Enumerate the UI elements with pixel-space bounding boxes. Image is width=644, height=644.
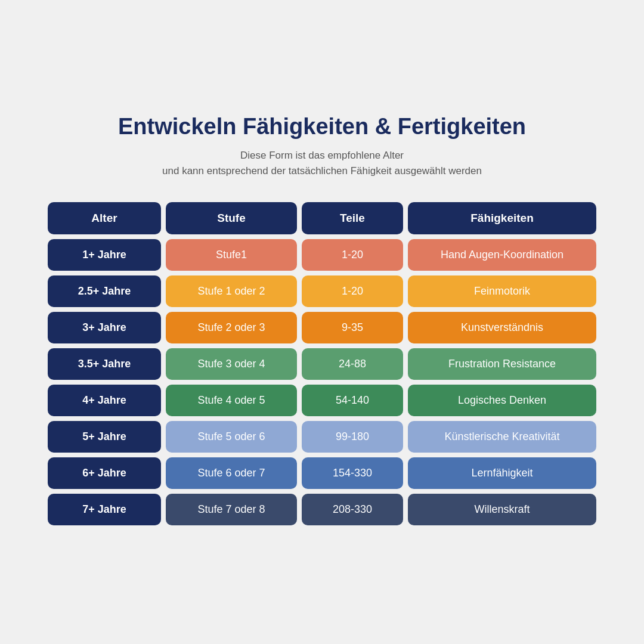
teile-cell: 9-35: [302, 312, 403, 343]
stufe-cell: Stufe 2 oder 3: [166, 312, 297, 343]
header-teile: Teile: [302, 202, 403, 234]
age-cell: 3+ Jahre: [48, 312, 161, 343]
age-cell: 3.5+ Jahre: [48, 348, 161, 380]
table-row: 4+ Jahre Stufe 4 oder 5 54-140 Logisches…: [48, 385, 596, 416]
table-row: 5+ Jahre Stufe 5 oder 6 99-180 Künstleri…: [48, 421, 596, 453]
teile-cell: 1-20: [302, 239, 403, 271]
faehigkeit-cell: Lernfähigkeit: [408, 457, 596, 489]
table-row: 3+ Jahre Stufe 2 oder 3 9-35 Kunstverstä…: [48, 312, 596, 343]
faehigkeit-cell: Logisches Denken: [408, 385, 596, 416]
teile-cell: 24-88: [302, 348, 403, 380]
faehigkeit-cell: Künstlerische Kreativität: [408, 421, 596, 453]
age-cell: 2.5+ Jahre: [48, 275, 161, 307]
subtitle-line1: Diese Form ist das empfohlene Alter: [240, 150, 404, 161]
skills-table: Alter Stufe Teile Fähigkeiten 1+ Jahre S…: [48, 202, 596, 525]
faehigkeit-cell: Hand Augen-Koordination: [408, 239, 596, 271]
stufe-cell: Stufe 4 oder 5: [166, 385, 297, 416]
subtitle-line2: und kann entsprechend der tatsächlichen …: [162, 165, 482, 177]
table-row: 3.5+ Jahre Stufe 3 oder 4 24-88 Frustrat…: [48, 348, 596, 380]
teile-cell: 208-330: [302, 494, 403, 525]
table-row: 6+ Jahre Stufe 6 oder 7 154-330 Lernfähi…: [48, 457, 596, 489]
stufe-cell: Stufe 5 oder 6: [166, 421, 297, 453]
faehigkeit-cell: Kunstverständnis: [408, 312, 596, 343]
teile-cell: 99-180: [302, 421, 403, 453]
table-row: 7+ Jahre Stufe 7 oder 8 208-330 Willensk…: [48, 494, 596, 525]
age-cell: 5+ Jahre: [48, 421, 161, 453]
faehigkeit-cell: Frustration Resistance: [408, 348, 596, 380]
age-cell: 1+ Jahre: [48, 239, 161, 271]
age-cell: 7+ Jahre: [48, 494, 161, 525]
teile-cell: 154-330: [302, 457, 403, 489]
stufe-cell: Stufe 7 oder 8: [166, 494, 297, 525]
age-cell: 6+ Jahre: [48, 457, 161, 489]
table-header: Alter Stufe Teile Fähigkeiten: [48, 202, 596, 234]
table-row: 1+ Jahre Stufe1 1-20 Hand Augen-Koordina…: [48, 239, 596, 271]
stufe-cell: Stufe 1 oder 2: [166, 275, 297, 307]
stufe-cell: Stufe 3 oder 4: [166, 348, 297, 380]
header-faehigkeiten: Fähigkeiten: [408, 202, 596, 234]
table-row: 2.5+ Jahre Stufe 1 oder 2 1-20 Feinmotor…: [48, 275, 596, 307]
page-subtitle: Diese Form ist das empfohlene Alter und …: [48, 148, 596, 178]
page-title: Entwickeln Fähigkeiten & Fertigkeiten: [48, 114, 596, 140]
main-container: Entwickeln Fähigkeiten & Fertigkeiten Di…: [36, 90, 608, 554]
faehigkeit-cell: Feinmotorik: [408, 275, 596, 307]
stufe-cell: Stufe 6 oder 7: [166, 457, 297, 489]
teile-cell: 1-20: [302, 275, 403, 307]
stufe-cell: Stufe1: [166, 239, 297, 271]
age-cell: 4+ Jahre: [48, 385, 161, 416]
faehigkeit-cell: Willenskraft: [408, 494, 596, 525]
teile-cell: 54-140: [302, 385, 403, 416]
header-alter: Alter: [48, 202, 161, 234]
header-stufe: Stufe: [166, 202, 297, 234]
